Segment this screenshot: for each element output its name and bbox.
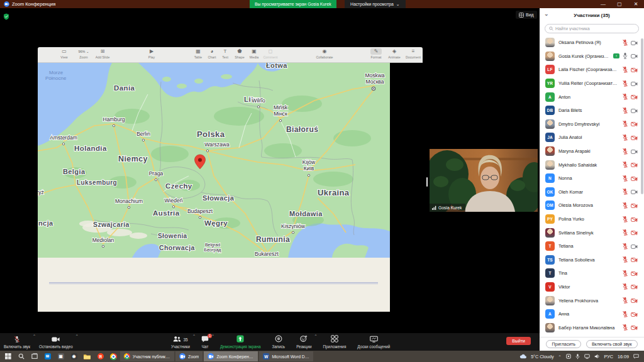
mic-status-icon	[622, 295, 628, 306]
participant-row[interactable]: OMOlesia Morozova	[540, 199, 644, 212]
participant-row[interactable]: LFLaila Fischer (Соорганизатор)	[540, 63, 644, 77]
keynote-play-button[interactable]: ▶Play	[139, 48, 164, 59]
collapse-panel-icon[interactable]: ⌄	[544, 11, 549, 17]
participant-row[interactable]: Oksana Petinova (Я)	[540, 36, 644, 50]
leave-button[interactable]: Выйти	[506, 337, 531, 345]
participant-row[interactable]: NNonna	[540, 172, 644, 185]
yandex-browser-icon[interactable]: Я	[94, 351, 107, 362]
демонстрация-экрана-button[interactable]: Демонстрация экрана	[220, 333, 260, 351]
notification-center-icon[interactable]	[633, 354, 639, 359]
camera-status-icon	[631, 159, 638, 170]
avatar: TS	[545, 255, 555, 265]
реакции-button[interactable]: Реакции⌃	[296, 333, 311, 351]
video-thumbnail[interactable]: Gosia Kurek	[430, 149, 538, 212]
maximize-button[interactable]: ▢	[611, 0, 628, 8]
participant-row[interactable]: Dmytro Dmytrevskyi	[540, 118, 644, 131]
participant-row[interactable]: JAJulia Anatol	[540, 131, 644, 145]
participant-row[interactable]: Yeliena Prokhorova	[540, 293, 644, 307]
photos-icon[interactable]: ▣	[54, 351, 67, 362]
camera-status-icon	[631, 295, 638, 306]
participant-row[interactable]: TSTetiana Sobolieva	[540, 253, 644, 267]
tray-app-icon[interactable]	[566, 354, 571, 359]
participant-row[interactable]: AАнна	[540, 307, 644, 321]
chevron-up-icon[interactable]: ⌃	[314, 334, 317, 338]
остановить-видео-button[interactable]: Остановить видео⌃	[39, 333, 73, 351]
minimize-button[interactable]: —	[595, 0, 611, 8]
city-label-alt: Мінск	[274, 111, 287, 117]
запись-button[interactable]: Запись	[272, 333, 285, 351]
camera-app-icon[interactable]: ◉	[67, 351, 80, 362]
taskbar-window-участник-публикац-[interactable]: Участник публикац...	[120, 351, 174, 361]
camera-status-icon	[631, 214, 638, 225]
clock[interactable]: 16:09	[618, 354, 629, 359]
приложения-button[interactable]: Приложения	[323, 333, 346, 351]
taskbar-window-zoom[interactable]: Zoom	[175, 351, 203, 361]
participant-row[interactable]: TTetiana	[540, 239, 644, 253]
participant-row[interactable]: VViktor	[540, 280, 644, 294]
participant-row[interactable]: Бабєр Наталя Миколаївна	[540, 321, 644, 334]
close-button[interactable]: ✕	[628, 0, 644, 8]
participant-row[interactable]: TTina	[540, 266, 644, 280]
file-explorer-icon[interactable]	[80, 351, 94, 362]
mic-status-icon	[622, 173, 628, 184]
participant-row[interactable]: Maryna Arapaki	[540, 145, 644, 158]
participant-row[interactable]: Gosia Kurek (Организатор)↑	[540, 50, 644, 63]
keynote-collaborate-button[interactable]: ◉Collaborate	[312, 48, 337, 59]
participant-row[interactable]: DBDaria Bilets	[540, 104, 644, 118]
chrome-icon[interactable]	[107, 351, 120, 362]
search-taskbar-icon[interactable]	[14, 351, 28, 362]
shared-screen-area: Вид ▭View96% ⌄Zoom⊞Add Slide▶Play▦Table◕…	[0, 8, 540, 333]
city-label: Bukareszt	[255, 251, 279, 257]
city-label: Wiedeń	[165, 197, 183, 204]
avatar	[545, 296, 555, 305]
keynote-document-button[interactable]: ≡Document	[401, 48, 426, 59]
search-input[interactable]	[555, 26, 625, 31]
task-view-icon[interactable]	[28, 351, 41, 362]
tray-chevron-icon[interactable]: ⌃	[558, 354, 562, 359]
participant-row[interactable]: PYPolina Yurko	[540, 212, 644, 226]
mail-icon[interactable]: ✉	[41, 351, 54, 362]
language-indicator[interactable]: РУС	[604, 354, 613, 359]
participant-name: Oleh Komar	[558, 189, 618, 195]
weather-text[interactable]: 5°C Cloudy	[531, 354, 553, 359]
tray-volume-icon[interactable]	[594, 354, 600, 359]
чат-button[interactable]: 1Чат⌃	[201, 333, 209, 351]
participant-row[interactable]: YRYuliia Reiter (Соорганизатор)	[540, 77, 644, 90]
участники-button[interactable]: 35Участники⌃	[171, 333, 190, 351]
view-button[interactable]: Вид	[516, 11, 537, 19]
taskbar-window-zoom-конференция[interactable]: Zoom Конференция	[204, 351, 258, 361]
city-dot	[199, 216, 201, 218]
avatar	[545, 323, 555, 332]
tray-network-icon[interactable]	[584, 354, 590, 359]
camera-status-icon	[631, 322, 638, 333]
chevron-up-icon[interactable]: ⌃	[192, 334, 196, 338]
avatar: T	[545, 268, 555, 278]
tray-mic-icon[interactable]	[575, 354, 580, 359]
invite-button[interactable]: Пригласить	[546, 340, 580, 348]
unmute-self-button[interactable]: Включить свой звук	[586, 340, 638, 348]
start-button[interactable]	[1, 351, 14, 362]
camera-status-icon	[631, 146, 638, 157]
taskbar-window-microsoft-word-doc-[interactable]: WMicrosoft Word Doc...	[259, 351, 313, 361]
keynote-comment-button[interactable]: ◻Comment	[258, 48, 283, 59]
participants-title: Участники (35)	[574, 13, 610, 18]
chevron-up-icon[interactable]: ⌃	[33, 334, 36, 338]
view-settings-button[interactable]: Настройки просмотра⌄	[345, 0, 406, 8]
participant-row[interactable]: OKOleh Komar	[540, 185, 644, 199]
participant-row[interactable]: Svitlana Sinelnyk	[540, 226, 644, 239]
scrollbar[interactable]	[641, 38, 643, 194]
avatar	[545, 228, 555, 238]
participant-row[interactable]: AAnton	[540, 90, 644, 104]
security-shield-icon	[3, 11, 9, 23]
sea-label: Morze	[49, 70, 64, 75]
keynote-add-slide-button[interactable]: ⊞Add Slide	[90, 48, 115, 59]
thumbnail-resize-handle[interactable]	[426, 177, 428, 187]
chevron-up-icon[interactable]: ⌃	[75, 334, 79, 338]
participant-row[interactable]: Mykhailo Sahaidak	[540, 158, 644, 172]
camera-status-icon	[631, 78, 638, 89]
mic-status-icon	[622, 200, 628, 211]
доски-сообщений-button[interactable]: Доски сообщений	[357, 333, 390, 351]
включить-звук-button[interactable]: Включить звук⌃	[4, 333, 30, 351]
chevron-up-icon[interactable]: ⌃	[211, 334, 214, 338]
country-label: ncja	[38, 219, 53, 227]
